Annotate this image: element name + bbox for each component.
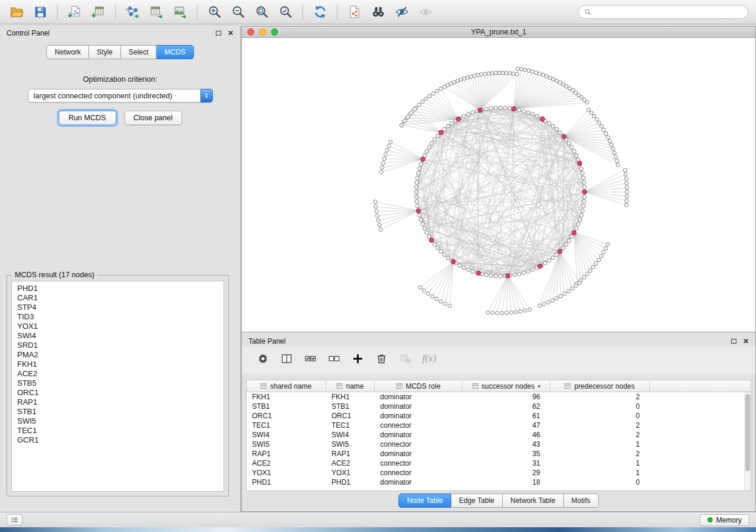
table-settings-icon — [257, 352, 269, 365]
cell-shared-name: TEC1 — [247, 421, 326, 430]
zoom-fit-button[interactable] — [251, 2, 272, 21]
table-row[interactable]: RAP1RAP1dominator352 — [247, 449, 751, 459]
mcds-result-item[interactable]: STB5 — [17, 379, 218, 388]
delete-column-button[interactable] — [372, 350, 390, 367]
mcds-result-item[interactable]: STP4 — [17, 303, 218, 312]
import-table-button[interactable] — [88, 2, 109, 21]
mcds-result-item[interactable]: PMA2 — [17, 350, 218, 360]
network-window: YPA_prune.txt_1 — [241, 26, 756, 332]
refresh-view-button[interactable] — [310, 2, 330, 21]
table-row[interactable]: ACE2ACE2connector311 — [247, 459, 751, 468]
close-panel-button[interactable]: Close panel — [125, 111, 182, 125]
mcds-result-item[interactable]: STB1 — [17, 407, 218, 416]
mcds-result-item[interactable]: SRD1 — [17, 341, 218, 350]
table-row[interactable]: YOX1YOX1connector291 — [247, 468, 751, 477]
network-window-title: YPA_prune.txt_1 — [471, 28, 527, 36]
tab-edge-table[interactable]: Edge Table — [451, 493, 503, 508]
mcds-result-item[interactable]: GCR1 — [17, 435, 218, 445]
open-file-button[interactable] — [6, 2, 27, 21]
function-builder-button[interactable]: f(x) — [422, 352, 436, 364]
table-row[interactable]: SWI5SWI5connector431 — [247, 440, 751, 449]
table-row[interactable]: FKH1FKH1dominator962 — [247, 392, 751, 402]
cell-shared-name: SWI4 — [247, 431, 326, 439]
column-header-predecessor-nodes[interactable]: predecessor nodes — [550, 380, 650, 392]
show-columns-button[interactable] — [277, 350, 295, 367]
mcds-result-item[interactable]: YOX1 — [17, 322, 218, 331]
table-tabs: Node TableEdge TableNetwork TableMotifs — [398, 493, 598, 508]
column-header-MCDS-role[interactable]: MCDS role — [375, 380, 462, 392]
hide-selected-button[interactable] — [391, 2, 412, 21]
table-row[interactable]: TEC1TEC1connector472 — [247, 421, 751, 430]
cell-successor-nodes: 31 — [462, 459, 550, 467]
mcds-result-fieldset: MCDS result (17 nodes) PHD1CAR1STP4TID3Y… — [7, 275, 229, 496]
export-image-button[interactable] — [170, 2, 190, 21]
search-input[interactable] — [595, 8, 742, 16]
export-table-button[interactable] — [146, 2, 167, 21]
table-settings-button[interactable] — [254, 350, 272, 367]
column-header-successor-nodes[interactable]: successor nodes▾ — [462, 380, 550, 392]
float-panel-icon[interactable] — [731, 339, 736, 344]
zoom-selected-button[interactable] — [275, 2, 296, 21]
table-row[interactable]: SWI4SWI4dominator462 — [247, 430, 751, 440]
tab-motifs[interactable]: Motifs — [564, 493, 599, 508]
column-header-shared-name[interactable]: shared name — [247, 380, 326, 392]
close-window-icon[interactable] — [247, 28, 254, 36]
mcds-result-item[interactable]: TEC1 — [17, 426, 218, 435]
mcds-result-item[interactable]: TID3 — [17, 312, 218, 322]
zoom-out-button[interactable] — [228, 2, 248, 21]
float-panel-icon[interactable] — [216, 31, 221, 36]
network-canvas[interactable] — [242, 38, 755, 332]
export-web-button[interactable] — [344, 2, 365, 21]
maximize-window-icon[interactable] — [271, 28, 278, 36]
unselect-all-icon — [328, 352, 340, 365]
show-all-icon — [419, 5, 433, 19]
memory-button[interactable]: Memory — [700, 514, 749, 526]
run-mcds-button[interactable]: Run MCDS — [59, 111, 116, 125]
mcds-result-item[interactable]: ORC1 — [17, 388, 218, 398]
minimize-window-icon[interactable] — [259, 28, 266, 36]
network-graph[interactable] — [242, 38, 755, 332]
export-network-button[interactable] — [122, 2, 143, 21]
table-row[interactable]: ORC1ORC1dominator610 — [247, 411, 751, 421]
show-panels-button[interactable] — [7, 514, 23, 525]
scrollbar-thumb[interactable] — [745, 394, 750, 471]
network-window-titlebar[interactable]: YPA_prune.txt_1 — [242, 27, 755, 38]
mcds-result-item[interactable]: CAR1 — [17, 293, 218, 303]
mcds-result-title: MCDS result (17 nodes) — [12, 271, 97, 279]
optimization-criterion-select[interactable]: largest connected component (undirected)… — [28, 89, 213, 102]
find-network-button[interactable] — [368, 2, 388, 21]
mcds-result-list[interactable]: PHD1CAR1STP4TID3YOX1SWI4SRD1PMA2FKH1ACE2… — [11, 281, 224, 492]
tab-select[interactable]: Select — [121, 45, 157, 59]
zoom-in-button[interactable] — [204, 2, 225, 21]
mcds-result-item[interactable]: RAP1 — [17, 398, 218, 407]
mcds-result-item[interactable]: SWI5 — [17, 416, 218, 426]
mcds-result-item[interactable]: PHD1 — [17, 284, 218, 293]
table-row[interactable]: PHD1PHD1dominator180 — [247, 477, 751, 487]
save-session-button[interactable] — [30, 2, 50, 21]
tab-network[interactable]: Network — [46, 45, 89, 59]
tab-mcds[interactable]: MCDS — [157, 45, 193, 59]
cell-predecessor-nodes: 2 — [550, 431, 650, 439]
cell-MCDS-role: connector — [375, 440, 462, 448]
sort-chevron-icon[interactable]: ▾ — [538, 383, 541, 389]
mcds-result-item[interactable]: ACE2 — [17, 369, 218, 379]
tab-node-table[interactable]: Node Table — [398, 493, 451, 508]
column-header-name[interactable]: name — [326, 380, 375, 392]
table-scrollbar[interactable] — [744, 392, 751, 491]
close-panel-icon[interactable]: ✕ — [743, 338, 749, 345]
cell-name: TEC1 — [326, 421, 375, 430]
network-search[interactable] — [578, 5, 748, 19]
tab-network-table[interactable]: Network Table — [503, 493, 564, 508]
close-panel-icon[interactable]: ✕ — [228, 30, 234, 37]
select-all-button[interactable] — [301, 350, 319, 367]
table-row[interactable]: STB1STB1dominator620 — [247, 402, 751, 411]
mcds-result-item[interactable]: SWI4 — [17, 331, 218, 341]
tab-style[interactable]: Style — [89, 45, 121, 59]
mcds-result-item[interactable]: FKH1 — [17, 360, 218, 369]
search-icon — [584, 8, 592, 16]
cell-successor-nodes: 47 — [462, 421, 550, 430]
import-network-button[interactable] — [64, 2, 85, 21]
unselect-all-button[interactable] — [325, 350, 343, 367]
add-column-button[interactable] — [349, 350, 366, 367]
column-type-icon — [336, 383, 343, 389]
